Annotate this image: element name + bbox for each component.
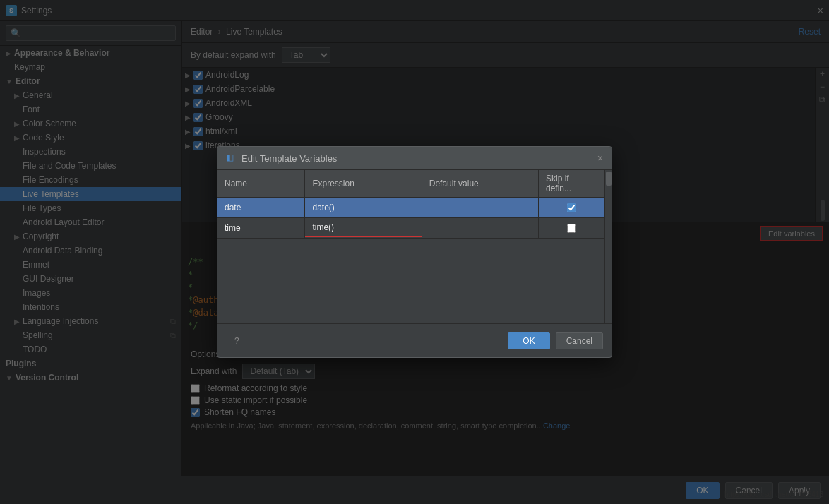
modal-icon: ◧ [226, 152, 237, 164]
row1-default [422, 198, 538, 218]
row2-name-input[interactable] [217, 220, 304, 236]
row2-expression [305, 218, 422, 239]
modal-cancel-button[interactable]: Cancel [556, 332, 603, 349]
modal-spacer [217, 239, 604, 323]
modal-scrollbar [604, 170, 612, 323]
table-row [217, 198, 604, 218]
modal-ok-button[interactable]: OK [508, 332, 549, 349]
col-skip: Skip if defin... [539, 170, 604, 198]
row1-expression-input[interactable] [305, 199, 421, 216]
modal-title-bar: ◧ Edit Template Variables × [217, 147, 612, 170]
table-row [217, 218, 604, 239]
modal-footer: ? OK Cancel [217, 323, 612, 357]
row1-name-input[interactable] [217, 199, 304, 216]
row1-name [217, 198, 305, 218]
modal-table: Name Expression Default value Skip if de… [217, 170, 604, 239]
row2-default-input[interactable] [422, 220, 538, 236]
edit-template-variables-modal: ◧ Edit Template Variables × Name Express… [217, 146, 612, 358]
modal-table-wrapper: Name Expression Default value Skip if de… [217, 170, 612, 323]
modal-help-button[interactable]: ? [226, 330, 248, 352]
col-expression: Expression [305, 170, 422, 198]
modal-overlay: ◧ Edit Template Variables × Name Express… [0, 0, 829, 504]
modal-title: Edit Template Variables [241, 153, 597, 164]
row2-skip [539, 218, 604, 239]
row2-default [422, 218, 538, 239]
row1-skip [539, 198, 604, 218]
row1-expression [305, 198, 422, 218]
row2-expression-input[interactable] [305, 219, 421, 237]
col-name: Name [217, 170, 305, 198]
row2-skip-checkbox[interactable] [567, 224, 576, 233]
modal-scroll-thumb [606, 172, 612, 186]
row1-default-input[interactable] [422, 199, 538, 216]
col-default-value: Default value [422, 170, 538, 198]
modal-close-button[interactable]: × [597, 152, 603, 164]
row2-name [217, 218, 305, 239]
row1-skip-checkbox[interactable] [567, 203, 576, 212]
